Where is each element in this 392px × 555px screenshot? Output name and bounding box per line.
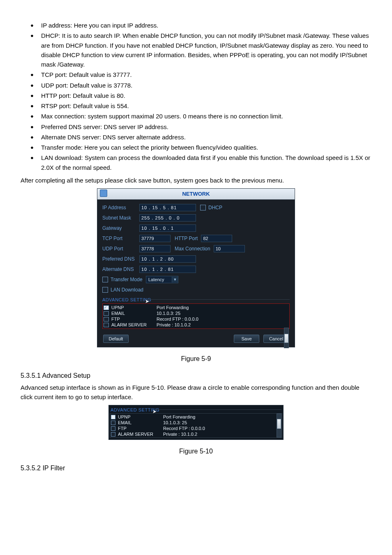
label-http-port: HTTP Port <box>175 235 198 243</box>
bullet-max-conn: Max connection: system support maximal 2… <box>30 111 371 121</box>
section-5-3-5-2-heading: 5.3.5.2 IP Filter <box>21 463 371 474</box>
bullet-udp-port: UDP port: Default value is 37778. <box>30 81 371 90</box>
after-setup-text: After completing all the setups please c… <box>21 176 371 185</box>
transfer-checkbox[interactable] <box>102 277 108 282</box>
scrollbar[interactable] <box>284 328 289 348</box>
advanced-setting-list: UPNP Port Forwarding EMAIL 10.1.0.3: 25 … <box>102 303 290 329</box>
save-button[interactable]: Save <box>234 335 259 343</box>
dhcp-checkbox[interactable] <box>200 205 206 210</box>
label-pref-dns: Preferred DNS <box>102 255 139 263</box>
ip-address-input[interactable]: 10 . 15 . 5 . 81 <box>139 204 196 211</box>
bullet-text: Preferred DNS server: DNS server IP addr… <box>41 123 168 130</box>
adv-item-value: Private : 10.1.0.2 <box>157 321 191 328</box>
bullet-text: Max connection: system support maximal 2… <box>41 113 283 120</box>
pref-dns-input[interactable]: 10 . 1 . 2 . 80 <box>139 255 196 263</box>
bullet-transfer: Transfer mode: Here you can select the p… <box>30 143 371 152</box>
dialog-sys-icon <box>100 190 107 197</box>
bullet-text: Alternate DNS server: DNS server alterna… <box>41 134 186 141</box>
label-gateway: Gateway <box>102 224 139 232</box>
bullet-text: DHCP: It is to auto search IP. When enab… <box>41 32 369 68</box>
section-5-3-5-1-body: Advanced setup interface is shown as in … <box>21 383 371 402</box>
checkbox-icon[interactable] <box>104 311 109 316</box>
checkbox-icon[interactable] <box>111 426 115 431</box>
scrollbar-thumb[interactable] <box>277 419 281 429</box>
adv-item-value: Private : 10.1.0.2 <box>163 431 197 438</box>
bullet-rtsp-port: RTSP port: Default value is 554. <box>30 101 371 111</box>
label-alt-dns: Alternate DNS <box>102 266 139 273</box>
advanced-setting-header: ADVANCED SETTING ➤ <box>102 296 290 303</box>
default-button[interactable]: Default <box>103 335 129 343</box>
bullet-text: UDP port: Default value is 37778. <box>41 82 132 89</box>
scrollbar-thumb[interactable] <box>284 334 288 343</box>
advanced-setting-header-2: ADVANCED SETTING ➤ <box>110 406 282 413</box>
scrollbar[interactable] <box>277 414 281 437</box>
alt-dns-input[interactable]: 10 . 1 . 2 . 81 <box>139 266 196 273</box>
checkbox-icon[interactable] <box>111 415 115 419</box>
gateway-input[interactable]: 10 . 15 . 0 . 1 <box>139 224 196 232</box>
adv-item-name: ALARM SERVER <box>111 321 157 328</box>
network-dialog: NETWORK IP Address 10 . 15 . 5 . 81 DHCP… <box>97 188 295 347</box>
checkbox-icon[interactable] <box>104 323 109 327</box>
advanced-setting-label: ADVANCED SETTING <box>102 297 151 302</box>
bullet-lan-dl: LAN download: System can process the dow… <box>30 153 371 172</box>
label-ip-address: IP Address <box>102 204 139 212</box>
label-max-conn: Max Connection <box>175 245 210 253</box>
figure-5-10-caption: Figure 5-10 <box>21 446 371 457</box>
checkbox-icon[interactable] <box>104 305 109 310</box>
divider <box>155 409 281 410</box>
bullet-tcp-port: TCP port: Default value is 37777. <box>30 70 371 79</box>
label-lan-download: LAN Download <box>111 286 143 294</box>
checkbox-icon[interactable] <box>111 432 115 437</box>
chevron-down-icon: ▼ <box>172 277 178 282</box>
section-5-3-5-1-heading: 5.3.5.1 Advanced Setup <box>21 371 371 381</box>
label-subnet: Subnet Mask <box>102 214 139 222</box>
dialog-title-bar: NETWORK <box>97 189 295 200</box>
lan-download-checkbox[interactable] <box>102 287 108 293</box>
dialog-title: NETWORK <box>182 191 210 197</box>
subnet-input[interactable]: 255 . 255 . 0 . 0 <box>139 214 196 222</box>
bullet-ip-address: IP address: Here you can input IP addres… <box>30 21 371 30</box>
bullet-text: Transfer mode: Here you can select the p… <box>41 144 258 151</box>
checkbox-icon[interactable] <box>104 317 109 321</box>
divider <box>148 299 290 300</box>
checkbox-icon[interactable] <box>111 421 115 425</box>
bullet-dhcp: DHCP: It is to auto search IP. When enab… <box>30 31 371 69</box>
list-item[interactable]: ALARM SERVER Private : 10.1.0.2 <box>111 431 281 437</box>
http-port-input[interactable]: 82 <box>201 235 232 242</box>
tcp-port-input[interactable]: 37779 <box>139 235 171 242</box>
label-udp-port: UDP Port <box>102 245 139 253</box>
udp-port-input[interactable]: 37778 <box>139 245 171 252</box>
label-tcp-port: TCP Port <box>102 235 139 243</box>
figure-5-9-caption: Figure 5-9 <box>21 354 371 364</box>
advanced-setting-list-2: UPNP Port Forwarding EMAIL 10.1.0.3: 25 … <box>110 413 282 438</box>
bullet-http-port: HTTP port: Default value is 80. <box>30 91 371 100</box>
bullet-text: HTTP port: Default value is 80. <box>41 92 125 99</box>
bullet-text: IP address: Here you can input IP addres… <box>41 22 158 29</box>
bullet-text: RTSP port: Default value is 554. <box>41 102 129 109</box>
transfer-mode-select[interactable]: Latency ▼ <box>146 276 178 283</box>
bullet-text: LAN download: System can process the dow… <box>41 154 370 171</box>
bullet-pref-dns: Preferred DNS server: DNS server IP addr… <box>30 122 371 132</box>
label-transfer-mode: Transfer Mode <box>111 276 146 284</box>
advanced-setting-panel: ADVANCED SETTING ➤ UPNP Port Forwarding … <box>108 405 284 440</box>
bullet-alt-dns: Alternate DNS server: DNS server alterna… <box>30 132 371 142</box>
adv-item-name: ALARM SERVER <box>118 431 163 438</box>
list-item[interactable]: ALARM SERVER Private : 10.1.0.2 <box>104 322 288 328</box>
transfer-mode-value: Latency <box>148 276 164 283</box>
max-conn-input[interactable]: 10 <box>214 245 245 252</box>
dhcp-label: DHCP <box>208 204 222 212</box>
bullet-text: TCP port: Default value is 37777. <box>41 71 132 78</box>
